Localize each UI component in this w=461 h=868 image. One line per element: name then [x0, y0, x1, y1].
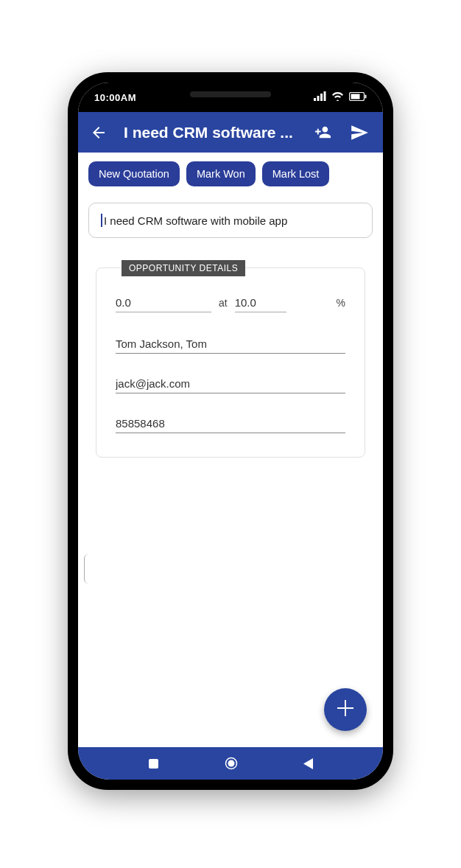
svg-rect-1: [317, 96, 320, 101]
mark-won-button[interactable]: Mark Won: [186, 161, 256, 186]
percent-label: %: [337, 297, 345, 309]
nav-home-button[interactable]: [225, 757, 238, 770]
new-quotation-button[interactable]: New Quotation: [88, 161, 180, 186]
mark-lost-button[interactable]: Mark Lost: [262, 161, 330, 186]
add-person-button[interactable]: [308, 118, 337, 147]
battery-icon: [349, 92, 367, 103]
send-icon[interactable]: [345, 118, 374, 147]
amount-row: at %: [116, 293, 345, 312]
svg-rect-0: [314, 98, 316, 101]
svg-rect-7: [149, 759, 158, 769]
wifi-icon: [331, 91, 344, 103]
opportunity-details-card: OPPORTUNITY DETAILS at %: [96, 267, 365, 458]
content-area: New Quotation Mark Won Mark Lost I need …: [78, 153, 383, 747]
signal-icon: [314, 91, 326, 103]
svg-rect-5: [351, 94, 360, 99]
nav-recent-button[interactable]: [148, 758, 159, 769]
nav-back-button[interactable]: [303, 758, 313, 769]
side-indicator: [84, 554, 88, 584]
status-bar: 10:00AM: [78, 83, 383, 112]
android-nav-bar: [78, 747, 383, 780]
at-label: at: [219, 297, 228, 309]
action-buttons-row: New Quotation Mark Won Mark Lost: [88, 161, 373, 186]
contact-field[interactable]: [116, 335, 345, 354]
back-button[interactable]: [84, 118, 113, 147]
details-legend: OPPORTUNITY DETAILS: [122, 260, 245, 276]
svg-point-9: [228, 760, 234, 767]
add-fab-button[interactable]: [324, 688, 367, 731]
app-bar: I need CRM software ...: [78, 112, 383, 153]
plus-icon: [337, 698, 353, 721]
svg-rect-3: [324, 91, 326, 101]
page-title: I need CRM software ...: [121, 124, 300, 141]
amount-field[interactable]: [116, 293, 211, 312]
status-time: 10:00AM: [94, 92, 136, 103]
email-field[interactable]: [116, 374, 345, 393]
svg-rect-2: [320, 94, 323, 101]
subject-text: I need CRM software with mobile app: [101, 214, 360, 227]
probability-field[interactable]: [235, 293, 286, 312]
status-indicators: [314, 91, 367, 103]
subject-card[interactable]: I need CRM software with mobile app: [88, 203, 373, 238]
phone-field[interactable]: [116, 414, 345, 433]
svg-rect-6: [365, 94, 367, 98]
